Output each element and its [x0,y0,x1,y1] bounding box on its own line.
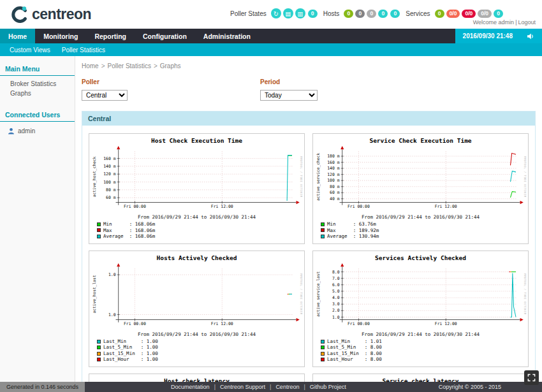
hosts-unreachable-badge[interactable]: 0 [367,10,376,18]
services-pending-badge[interactable]: 0 [494,10,503,18]
legend-row: Last_Hour : 1.00 [97,356,303,363]
footer-links: Documentation|Centreon Support|Centreon|… [85,382,432,392]
poller-state-pollers-icon[interactable]: ↻ [271,8,281,18]
fullscreen-button[interactable] [524,370,539,385]
footer-link-documentation[interactable]: Documentation [171,384,210,390]
legend-row: Last_Min : 1.01 [321,338,527,345]
graph-service-check-execution-time[interactable]: Service Check Execution Timeactive_servi… [312,133,529,244]
graph-title: Host check latency [91,377,303,382]
svg-text:8.0: 8.0 [332,269,340,274]
legend-text: Last_5_Min : 8.00 [327,344,382,351]
svg-text:1.0: 1.0 [108,272,116,277]
poller-select[interactable]: Central [82,90,128,101]
graph-services-actively-checked[interactable]: Services Actively Checkedactive_service_… [312,250,529,367]
sound-icon[interactable] [527,33,534,40]
hosts-up-badge[interactable]: 0 [344,10,353,18]
legend-text: Last_Min : 1.01 [327,338,382,345]
svg-text:Fri 12:00: Fri 12:00 [211,321,233,326]
main-nav-items: HomeMonitoringReportingConfigurationAdmi… [0,29,259,43]
svg-text:Fri 00:00: Fri 00:00 [348,321,370,326]
nav-configuration[interactable]: Configuration [135,29,195,43]
services-unknown-badge[interactable]: 0/0 [478,10,492,18]
legend-color-swatch [97,352,101,356]
legend-text: Max : 189.92m [327,228,379,234]
connected-user[interactable]: admin [0,125,75,136]
sidebar-item-broker-statistics[interactable]: Broker Statistics [0,79,75,89]
graph-plot: active_host_last1.01.0Fri 00:00Fri 12:00… [91,262,303,331]
services-critical-badge[interactable]: 0/0 [462,10,476,18]
top-header: centreon Poller States ↻▤▥ 0 Hosts 0000 … [0,0,542,29]
breadcrumb-home[interactable]: Home [82,62,99,69]
logout-link[interactable]: Logout [518,19,536,25]
nav-administration[interactable]: Administration [195,29,259,43]
legend-color-swatch [97,345,101,349]
breadcrumb-poller-statistics[interactable]: Poller Statistics [108,62,151,69]
datetime-text: 2016/09/30 21:48 [463,33,513,40]
graphs-grid: Host Check Execution Timeactive_host_che… [82,126,535,382]
subnav-custom-views[interactable]: Custom Views [4,47,56,54]
connected-users-list: admin [0,125,75,136]
graph-host-check-latency[interactable]: Host check latencyRRDTOOL / TOBI OETIKER [89,374,305,382]
legend-color-swatch [321,222,325,226]
legend-row: Last_15_Min : 8.00 [321,351,527,357]
svg-text:140 m: 140 m [103,164,116,169]
poller-state-database-icon[interactable]: ▤ [283,8,293,18]
svg-text:40 m: 40 m [330,196,340,201]
nav-monitoring[interactable]: Monitoring [35,29,86,43]
breadcrumb-graphs: Graphs [160,62,181,69]
legend-color-swatch [321,352,325,356]
svg-text:6.0: 6.0 [332,282,340,287]
svg-text:2.0: 2.0 [332,308,340,313]
main-nav: HomeMonitoringReportingConfigurationAdmi… [0,29,542,43]
filters: Poller Central Period Today [82,78,537,101]
centreon-app: centreon Poller States ↻▤▥ 0 Hosts 0000 … [0,0,542,392]
poller-state-latency-icon[interactable]: ▥ [295,8,305,18]
hosts-down-badge[interactable]: 0 [355,10,365,18]
centreon-logo[interactable]: centreon [0,5,91,24]
graph-host-check-execution-time[interactable]: Host Check Execution Timeactive_host_che… [89,133,305,244]
footer-link-github-project[interactable]: Github Project [310,384,346,390]
svg-text:120 m: 120 m [103,171,116,177]
svg-text:Fri 12:00: Fri 12:00 [211,204,233,209]
sidebar-menu: Broker StatisticsGraphs [0,79,75,98]
svg-text:1.0: 1.0 [108,312,116,317]
legend-row: Min : 168.06m [97,221,303,228]
main-menu-header: Main Menu [0,64,75,76]
svg-text:Fri 12:00: Fri 12:00 [435,204,457,209]
legend-color-swatch [97,228,101,232]
legend-color-swatch [321,340,325,344]
nav-home[interactable]: Home [0,29,35,43]
legend-row: Min : 63.76m [321,221,527,228]
sidebar-item-graphs[interactable]: Graphs [0,89,75,98]
svg-text:4.0: 4.0 [332,295,340,300]
services-warning-badge[interactable]: 0/0 [446,10,460,18]
footer-link-centreon-support[interactable]: Centreon Support [220,384,265,390]
services-total-badge[interactable]: 0 [390,10,400,18]
user-icon [8,127,15,134]
graph-hosts-actively-checked[interactable]: Hosts Actively Checkedactive_host_last1.… [89,250,305,367]
footer-link-centreon[interactable]: Centreon [275,384,299,390]
generation-time: Generated in 0.146 seconds [0,382,85,392]
sidebar: Main Menu Broker StatisticsGraphs Connec… [0,56,75,382]
legend-color-swatch [97,358,101,361]
welcome-separator: | [515,19,516,25]
graph-legend: Last_Min : 1.00Last_5_Min : 1.00Last_15_… [91,338,303,363]
graph-title: Service Check Execution Time [314,137,527,144]
legend-text: Last_15_Min : 8.00 [327,351,382,357]
legend-row: Last_Hour : 8.00 [321,356,527,363]
subnav-poller-statistics[interactable]: Poller Statistics [56,47,111,54]
legend-text: Last_Hour : 8.00 [327,356,382,363]
svg-text:Fri 00:00: Fri 00:00 [124,204,146,209]
svg-text:Fri 00:00: Fri 00:00 [348,204,370,209]
period-select[interactable]: Today [260,90,318,101]
legend-color-swatch [97,235,101,238]
hosts-pending-badge[interactable]: 0 [378,10,388,18]
svg-text:active_service_check: active_service_check [316,153,321,201]
legend-color-swatch [321,345,325,349]
graph-title: Services Actively Checked [314,254,527,261]
nav-reporting[interactable]: Reporting [86,29,135,43]
graph-service-check-latency[interactable]: Service check latencyRRDTOOL / TOBI OETI… [312,374,529,382]
svg-text:RRDTOOL / TOBI OETIKER: RRDTOOL / TOBI OETIKER [524,156,527,197]
hosts-total-badge[interactable]: 0 [308,10,318,18]
services-ok-badge[interactable]: 0 [435,10,444,18]
